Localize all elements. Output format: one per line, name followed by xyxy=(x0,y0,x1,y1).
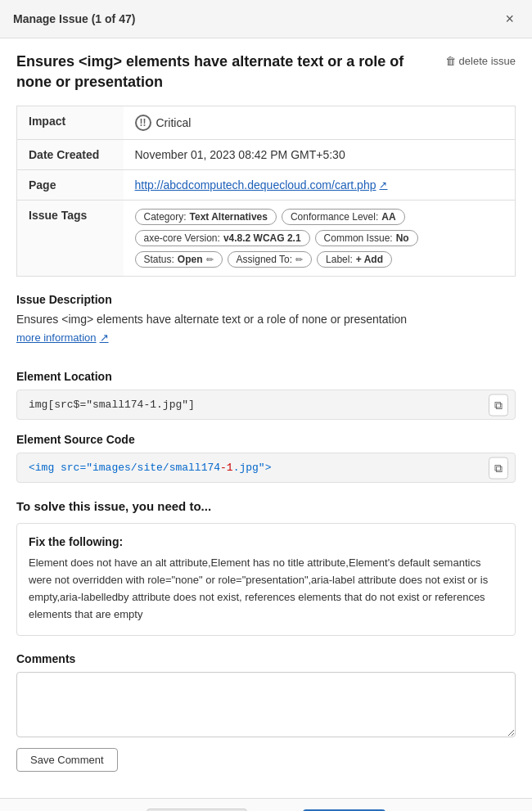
copy-location-button[interactable]: ⧉ xyxy=(489,394,508,416)
comments-section: Comments Save Comment xyxy=(16,652,516,772)
impact-value-cell: !! Critical xyxy=(124,106,516,140)
modal-body: Ensures <img> elements have alternate te… xyxy=(0,38,532,798)
modal-title: Manage Issue (1 of 47) xyxy=(13,12,135,25)
page-value-cell: http://abcdcomputech.dequecloud.com/cart… xyxy=(124,170,516,200)
source-code-highlight: -1 xyxy=(220,462,233,474)
tag-common-issue: Common Issue: No xyxy=(315,230,418,246)
page-label: Page xyxy=(17,170,124,200)
fix-box: Fix the following: Element does not have… xyxy=(16,523,516,635)
tags-row: Issue Tags Category: Text Alternatives C… xyxy=(17,200,516,277)
critical-icon: !! xyxy=(135,115,151,131)
external-link-icon: ↗ xyxy=(379,179,387,191)
modal-footer: Previous Issue 1 of 47 Next Issue xyxy=(0,798,532,811)
save-comment-button[interactable]: Save Comment xyxy=(16,748,118,772)
solve-title: To solve this issue, you need to... xyxy=(16,499,516,513)
tags-label: Issue Tags xyxy=(17,200,124,277)
tag-status[interactable]: Status: Open ✏ xyxy=(135,251,223,268)
issue-description-title: Issue Description xyxy=(16,293,516,306)
previous-issue-button[interactable]: Previous Issue xyxy=(147,809,247,811)
tag-label[interactable]: Label: + Add xyxy=(317,251,392,268)
details-table: Impact !! Critical Date Created November… xyxy=(16,106,516,277)
impact-value: Critical xyxy=(156,116,192,129)
delete-issue-button[interactable]: 🗑 delete issue xyxy=(445,52,516,67)
impact-label: Impact xyxy=(17,106,124,140)
date-label: Date Created xyxy=(17,140,124,170)
fix-desc: Element does not have an alt attribute,E… xyxy=(29,555,503,623)
tag-assigned-to[interactable]: Assigned To: ✏ xyxy=(228,251,313,268)
issue-title-row: Ensures <img> elements have alternate te… xyxy=(16,52,516,92)
source-code-open: <img src="images/site/small174 xyxy=(29,462,220,474)
close-button[interactable]: × xyxy=(500,10,519,28)
assigned-edit-button[interactable]: ✏ xyxy=(295,255,303,265)
modal-header: Manage Issue (1 of 47) × xyxy=(0,0,532,38)
page-row: Page http://abcdcomputech.dequecloud.com… xyxy=(17,170,516,200)
tag-text-alternatives: Category: Text Alternatives xyxy=(135,209,277,225)
date-value: November 01, 2023 08:42 PM GMT+5:30 xyxy=(124,140,516,170)
fix-title: Fix the following: xyxy=(29,535,503,548)
status-edit-button[interactable]: ✏ xyxy=(206,255,214,265)
page-link[interactable]: http://abcdcomputech.dequecloud.com/cart… xyxy=(135,178,388,191)
element-location-code: img[src$="small174-1.jpg"] xyxy=(29,399,195,411)
comments-textarea[interactable] xyxy=(16,672,516,737)
date-row: Date Created November 01, 2023 08:42 PM … xyxy=(17,140,516,170)
element-location-section: Element Location img[src$="small174-1.jp… xyxy=(16,370,516,420)
copy-source-button[interactable]: ⧉ xyxy=(489,457,508,479)
delete-issue-label: delete issue xyxy=(459,55,516,67)
more-info-external-icon: ↗ xyxy=(100,331,109,344)
more-info-label: more information xyxy=(16,331,97,344)
solve-section: To solve this issue, you need to... Fix … xyxy=(16,499,516,635)
element-source-title: Element Source Code xyxy=(16,433,516,446)
element-source-code-block: <img src="images/site/small174-1.jpg"> ⧉ xyxy=(16,453,516,483)
issue-title: Ensures <img> elements have alternate te… xyxy=(16,52,409,92)
element-location-title: Element Location xyxy=(16,370,516,383)
issue-description-section: Issue Description Ensures <img> elements… xyxy=(16,293,516,357)
more-info-link[interactable]: more information ↗ xyxy=(16,331,109,344)
tags-value-cell: Category: Text Alternatives Conformance … xyxy=(124,200,516,277)
issue-description-text: Ensures <img> elements have alternate te… xyxy=(16,313,516,326)
comments-title: Comments xyxy=(16,652,516,665)
page-url-text: http://abcdcomputech.dequecloud.com/cart… xyxy=(135,178,376,191)
element-location-code-block: img[src$="small174-1.jpg"] ⧉ xyxy=(16,390,516,420)
source-code-close: .jpg"> xyxy=(233,462,272,474)
tag-conformance: Conformance Level: AA xyxy=(282,209,405,225)
tags-container: Category: Text Alternatives Conformance … xyxy=(135,209,504,268)
trash-icon: 🗑 xyxy=(445,55,456,67)
element-source-section: Element Source Code <img src="images/sit… xyxy=(16,433,516,483)
impact-row: Impact !! Critical xyxy=(17,106,516,140)
tag-axe-core: axe-core Version: v4.8.2 WCAG 2.1 xyxy=(135,230,310,246)
